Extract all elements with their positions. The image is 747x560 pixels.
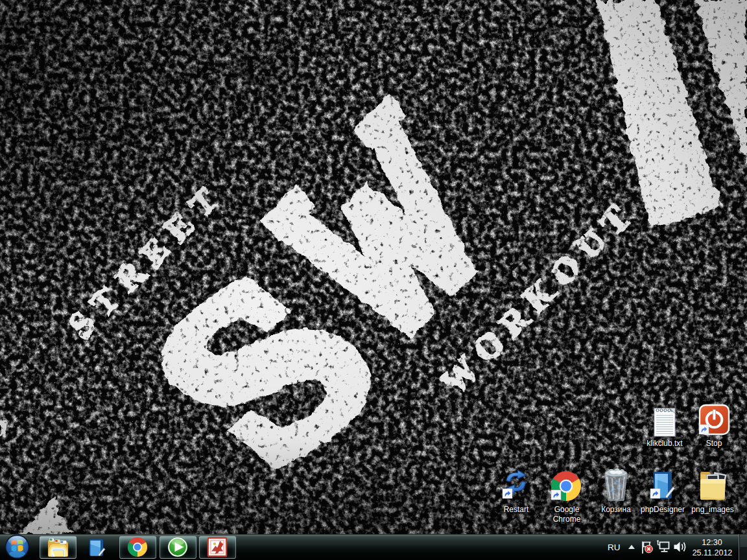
svg-text:12:30: 12:30 xyxy=(702,538,722,547)
svg-text:RU: RU xyxy=(608,542,621,552)
svg-text:25.11.2012: 25.11.2012 xyxy=(693,548,733,557)
